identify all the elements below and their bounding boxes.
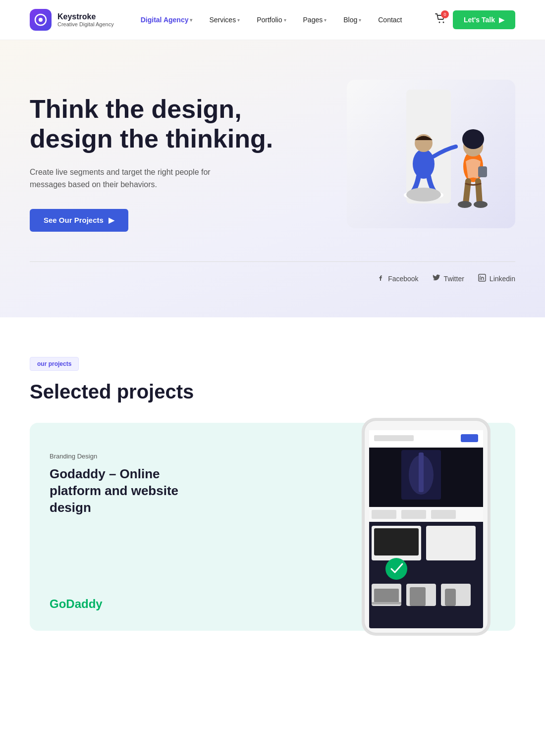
facebook-label: Facebook: [388, 275, 418, 283]
projects-section: our projects Selected projects Branding …: [0, 317, 545, 660]
linkedin-label: Linkedin: [490, 275, 515, 283]
cart-button[interactable]: 0: [435, 13, 446, 27]
nav-item-contact[interactable]: Contact: [371, 12, 409, 28]
hero-subtext: Create live segments and target the righ…: [30, 166, 228, 191]
svg-rect-42: [445, 589, 456, 606]
social-linkedin[interactable]: Linkedin: [478, 274, 515, 284]
navbar: Keystroke Creative Digital Agency Digita…: [0, 0, 545, 40]
svg-rect-27: [419, 453, 424, 492]
social-twitter[interactable]: Twitter: [433, 274, 464, 284]
svg-point-15: [474, 201, 488, 208]
brand-subtitle: Creative Digital Agency: [57, 21, 114, 27]
project-card-text: Branding Design Godaddy – Online platfor…: [30, 423, 224, 631]
section-tag: our projects: [30, 357, 79, 371]
nav-links: Digital Agency ▾ Services ▾ Portfolio ▾ …: [134, 12, 435, 28]
project-category: Branding Design: [50, 453, 204, 460]
svg-point-13: [462, 129, 484, 149]
logo[interactable]: Keystroke Creative Digital Agency: [30, 9, 114, 31]
nav-item-services[interactable]: Services ▾: [202, 12, 247, 28]
project-logo: GoDaddy: [50, 597, 204, 611]
chevron-down-icon: ▾: [359, 17, 361, 23]
twitter-label: Twitter: [444, 275, 464, 283]
nav-item-blog[interactable]: Blog ▾: [336, 12, 368, 28]
svg-rect-39: [374, 589, 399, 603]
logo-icon: [30, 9, 52, 31]
nav-item-portfolio[interactable]: Portfolio ▾: [250, 12, 293, 28]
phone-mockup: [332, 403, 520, 651]
project-title: Godaddy – Online platform and website de…: [50, 466, 204, 516]
svg-rect-30: [401, 510, 426, 519]
hero-content: Think the design, design the thinking. C…: [30, 80, 515, 232]
hero-section: Think the design, design the thinking. C…: [0, 40, 545, 317]
svg-point-17: [480, 276, 481, 277]
chevron-down-icon: ▾: [284, 17, 286, 23]
svg-point-2: [439, 21, 440, 23]
svg-point-1: [39, 18, 43, 22]
chevron-down-icon: ▾: [324, 17, 327, 23]
hero-text: Think the design, design the thinking. C…: [30, 80, 287, 232]
twitter-icon: [433, 274, 440, 284]
svg-rect-31: [431, 510, 456, 519]
chevron-down-icon: ▾: [237, 17, 240, 23]
cart-badge: 0: [441, 10, 449, 18]
brand-title: Keystroke: [57, 12, 114, 21]
lets-talk-button[interactable]: Let's Talk ▶: [453, 10, 515, 29]
svg-rect-33: [426, 526, 476, 560]
svg-rect-11: [478, 166, 487, 177]
chevron-down-icon: ▾: [190, 17, 192, 23]
linkedin-icon: [478, 274, 486, 284]
hero-heading: Think the design, design the thinking.: [30, 95, 287, 154]
project-card-image: [224, 423, 515, 631]
section-heading: Selected projects: [30, 381, 515, 403]
svg-point-14: [458, 201, 472, 208]
svg-rect-41: [410, 587, 426, 606]
svg-rect-29: [372, 510, 396, 519]
social-facebook[interactable]: Facebook: [377, 274, 418, 284]
svg-rect-34: [374, 528, 419, 555]
nav-right: 0 Let's Talk ▶: [435, 10, 515, 29]
nav-item-pages[interactable]: Pages ▾: [296, 12, 334, 28]
see-projects-button[interactable]: See Our Projects ▶: [30, 209, 128, 232]
logo-text: Keystroke Creative Digital Agency: [57, 12, 114, 27]
project-info: Branding Design Godaddy – Online platfor…: [50, 453, 204, 536]
facebook-icon: [377, 274, 384, 284]
svg-point-5: [413, 149, 435, 179]
social-bar: Facebook Twitter Linkedin: [30, 261, 515, 284]
svg-rect-23: [461, 434, 478, 442]
nav-item-digital-agency[interactable]: Digital Agency ▾: [134, 12, 200, 28]
svg-point-3: [443, 21, 444, 23]
hero-illustration: [347, 80, 515, 228]
svg-rect-40: [372, 602, 401, 605]
svg-point-35: [385, 558, 407, 580]
project-card: Branding Design Godaddy – Online platfor…: [30, 423, 515, 631]
svg-point-9: [406, 188, 441, 202]
arrow-right-icon: ▶: [109, 216, 114, 225]
svg-rect-22: [374, 435, 414, 441]
